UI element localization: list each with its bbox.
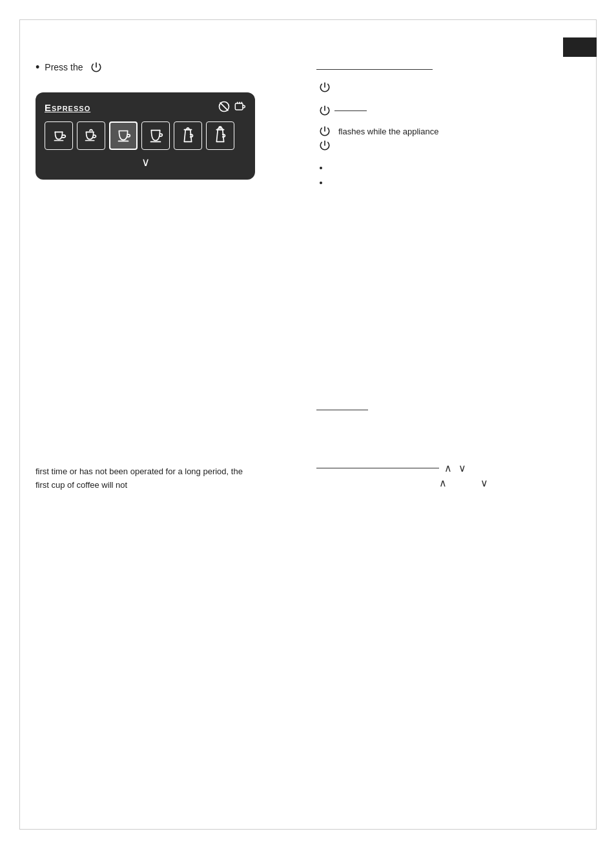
cup-tall-single[interactable] <box>174 121 202 150</box>
left-column: • Press the Espresso <box>36 61 287 199</box>
power-underline-bar <box>334 110 367 111</box>
power-icon-underlined <box>319 105 331 116</box>
power-icon-right <box>319 81 333 96</box>
press-the-text: Press the <box>45 62 83 72</box>
machine-panel: Espresso <box>36 92 255 180</box>
cup-buttons-row <box>45 121 246 150</box>
cup-single-small[interactable] <box>45 121 73 150</box>
panel-top-row: Espresso <box>45 100 246 115</box>
arrow-navigation: ∧ ∨ ∧ ∨ <box>316 462 588 489</box>
cup-small-icon <box>233 100 246 115</box>
top-separator <box>316 69 433 70</box>
short-separator <box>316 410 368 410</box>
bottom-left-text: first time or has not been operated for … <box>36 465 249 492</box>
chevron-down-icon: ∨ <box>141 155 150 169</box>
no-symbol-icon <box>218 100 231 115</box>
svg-rect-2 <box>235 103 243 110</box>
up-arrow-icon-2: ∧ <box>439 477 447 489</box>
flash-icons-stack <box>316 125 332 152</box>
arrow-line-section-2: ∧ ∨ <box>316 477 588 489</box>
bottom-right-section: ∧ ∨ ∧ ∨ <box>316 401 588 489</box>
page-border-right <box>596 19 597 830</box>
power-icon-flash-2 <box>319 140 332 152</box>
panel-bottom: ∨ <box>45 155 246 169</box>
page-border-top <box>19 19 597 20</box>
up-arrow-icon-1: ∧ <box>444 462 452 474</box>
power-icon-section <box>316 81 588 96</box>
arrows-group-2: ∧ ∨ <box>439 477 488 489</box>
power-icon-inline <box>90 61 102 73</box>
power-icon-flash-1 <box>319 125 332 138</box>
bullet-dot: • <box>36 61 39 73</box>
cup-single-large[interactable] <box>141 121 170 150</box>
arrow-line-section: ∧ ∨ <box>316 462 588 474</box>
up-down-arrows-1: ∧ ∨ <box>444 462 466 474</box>
cup-tall-double[interactable] <box>206 121 234 150</box>
bullet-list <box>329 160 588 191</box>
right-column: flashes while the appliance <box>316 61 588 197</box>
panel-title: Espresso <box>45 102 90 113</box>
press-the-line: • Press the <box>36 61 287 73</box>
flashes-text: flashes while the appliance <box>338 125 588 139</box>
page-border-left <box>19 19 20 830</box>
up-down-arrows-2: ∧ ∨ <box>439 477 488 489</box>
flash-section: flashes while the appliance <box>316 125 588 152</box>
down-arrow-icon-2: ∨ <box>480 477 488 489</box>
bullet-item-2 <box>329 175 588 190</box>
arrows-group-1: ∧ ∨ <box>444 462 466 474</box>
black-tab <box>563 37 597 57</box>
bottom-left-paragraph: first time or has not been operated for … <box>36 466 243 490</box>
svg-line-1 <box>220 103 228 110</box>
long-underline-bar <box>316 468 439 468</box>
power-underline-line <box>316 105 588 116</box>
page-border-bottom <box>19 829 597 830</box>
panel-top-icons <box>218 100 246 115</box>
cup-double-small[interactable] <box>77 121 105 150</box>
cup-single-medium[interactable] <box>109 121 138 150</box>
down-arrow-icon-1: ∨ <box>458 462 466 474</box>
bullet-item-1 <box>329 160 588 175</box>
